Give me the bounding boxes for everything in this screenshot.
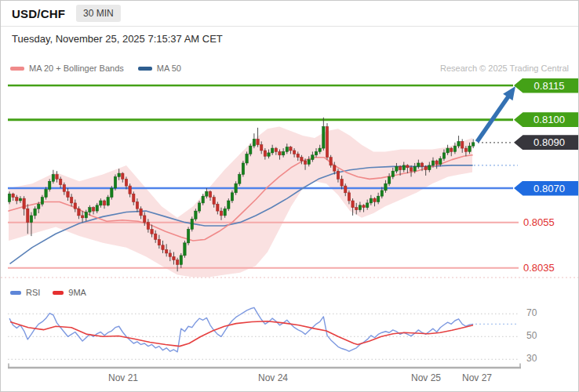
x-axis-label-nov-24: Nov 24 — [258, 372, 288, 383]
price-level-0.8090: 0.8090 — [514, 135, 578, 150]
price-chart-svg — [1, 75, 579, 283]
legend-ma20-bollinger: MA 20 + Bollinger Bands — [10, 64, 124, 73]
price-level-0.8055: 0.8055 — [523, 216, 555, 228]
legend-ma50: MA 50 — [138, 64, 181, 73]
timeframe-badge[interactable]: 30 MIN — [76, 5, 121, 22]
ma9-legend-label: 9MA — [68, 288, 86, 297]
price-level-0.8100: 0.8100 — [514, 112, 578, 127]
chart-datetime: Tuesday, November 25, 2025 7:15:37 AM CE… — [12, 33, 223, 45]
rsi-gridline-label-50: 50 — [526, 330, 537, 341]
x-axis-label-nov-25: Nov 25 — [411, 372, 441, 383]
symbol-title: USD/CHF — [12, 7, 65, 20]
legend-9ma: 9MA — [53, 288, 86, 297]
price-level-0.8115: 0.8115 — [514, 78, 578, 93]
rsi-legend-label: RSI — [26, 288, 40, 297]
rsi-gridline-label-70: 70 — [526, 307, 537, 318]
price-level-0.8070: 0.8070 — [514, 181, 578, 196]
research-watermark: Research © 2025 Trading Central — [440, 64, 569, 73]
x-axis-label-nov-21: Nov 21 — [108, 372, 138, 383]
ma20-swatch-icon — [10, 67, 24, 71]
ma20-legend-label: MA 20 + Bollinger Bands — [29, 64, 124, 73]
rsi-swatch-icon — [10, 291, 21, 295]
price-legend: MA 20 + Bollinger Bands MA 50 — [10, 64, 181, 73]
rsi-chart-svg — [1, 305, 579, 361]
legend-rsi: RSI — [10, 288, 40, 297]
chart-frame: USD/CHF 30 MIN Tuesday, November 25, 202… — [0, 0, 579, 392]
chart-header: USD/CHF 30 MIN — [1, 1, 578, 27]
price-level-0.8035: 0.8035 — [523, 262, 555, 274]
ma50-swatch-icon — [138, 67, 152, 71]
x-axis-label-nov-27: Nov 27 — [462, 372, 492, 383]
rsi-legend: RSI 9MA — [10, 288, 86, 297]
x-axis-svg — [1, 361, 579, 374]
ma9-swatch-icon — [53, 291, 64, 295]
ma50-legend-label: MA 50 — [157, 64, 181, 73]
